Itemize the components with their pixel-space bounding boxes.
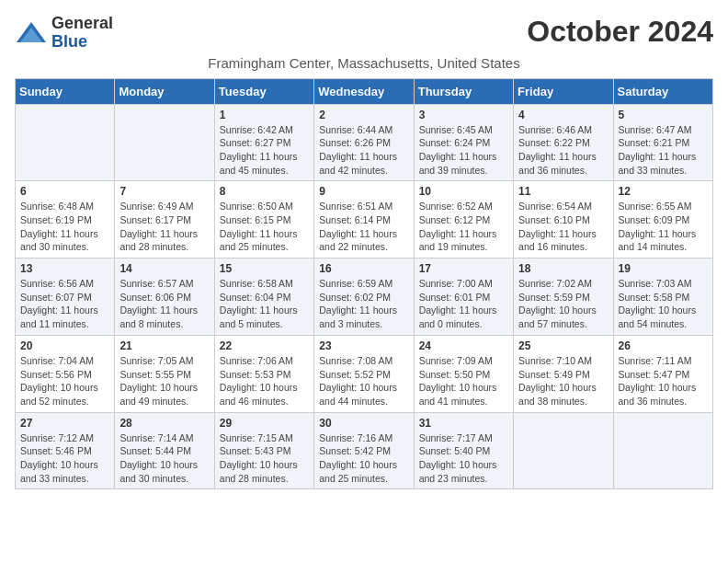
calendar-week-row: 13Sunrise: 6:56 AM Sunset: 6:07 PM Dayli… <box>16 259 713 336</box>
day-info: Sunrise: 7:02 AM Sunset: 5:59 PM Dayligh… <box>518 277 608 331</box>
day-info: Sunrise: 7:06 AM Sunset: 5:53 PM Dayligh… <box>220 354 309 408</box>
page-header: General Blue October 2024 <box>15 15 713 52</box>
calendar-cell: 5Sunrise: 6:47 AM Sunset: 6:21 PM Daylig… <box>613 104 712 181</box>
calendar-cell: 12Sunrise: 6:55 AM Sunset: 6:09 PM Dayli… <box>613 181 712 259</box>
calendar-cell: 28Sunrise: 7:14 AM Sunset: 5:44 PM Dayli… <box>115 412 214 489</box>
calendar-cell: 10Sunrise: 6:52 AM Sunset: 6:12 PM Dayli… <box>414 181 513 259</box>
day-info: Sunrise: 7:09 AM Sunset: 5:50 PM Dayligh… <box>419 354 508 408</box>
calendar-cell: 4Sunrise: 6:46 AM Sunset: 6:22 PM Daylig… <box>514 104 613 181</box>
calendar-cell <box>16 104 115 181</box>
calendar-cell <box>115 104 214 181</box>
calendar-cell <box>514 412 613 489</box>
calendar-cell: 2Sunrise: 6:44 AM Sunset: 6:26 PM Daylig… <box>314 104 414 181</box>
calendar-week-row: 1Sunrise: 6:42 AM Sunset: 6:27 PM Daylig… <box>16 104 713 181</box>
day-number: 5 <box>619 109 708 121</box>
day-info: Sunrise: 6:46 AM Sunset: 6:22 PM Dayligh… <box>518 123 608 178</box>
calendar-cell: 8Sunrise: 6:50 AM Sunset: 6:15 PM Daylig… <box>214 181 313 259</box>
calendar-cell: 11Sunrise: 6:54 AM Sunset: 6:10 PM Dayli… <box>514 181 613 259</box>
calendar-cell: 6Sunrise: 6:48 AM Sunset: 6:19 PM Daylig… <box>16 181 115 259</box>
day-number: 12 <box>619 185 708 198</box>
day-number: 30 <box>319 417 408 430</box>
logo: General Blue <box>15 15 113 52</box>
day-number: 6 <box>20 185 109 198</box>
day-info: Sunrise: 7:05 AM Sunset: 5:55 PM Dayligh… <box>119 354 209 408</box>
day-number: 26 <box>619 339 708 352</box>
day-info: Sunrise: 7:14 AM Sunset: 5:44 PM Dayligh… <box>119 431 209 486</box>
day-info: Sunrise: 6:48 AM Sunset: 6:19 PM Dayligh… <box>20 200 109 254</box>
day-number: 17 <box>419 262 508 275</box>
day-info: Sunrise: 7:03 AM Sunset: 5:58 PM Dayligh… <box>619 277 708 331</box>
day-number: 29 <box>220 417 309 430</box>
day-number: 3 <box>419 109 508 121</box>
calendar-cell: 13Sunrise: 6:56 AM Sunset: 6:07 PM Dayli… <box>16 259 115 336</box>
day-info: Sunrise: 6:55 AM Sunset: 6:09 PM Dayligh… <box>619 200 708 254</box>
calendar-cell: 22Sunrise: 7:06 AM Sunset: 5:53 PM Dayli… <box>214 335 313 412</box>
day-number: 18 <box>518 262 608 275</box>
calendar-cell: 21Sunrise: 7:05 AM Sunset: 5:55 PM Dayli… <box>115 335 214 412</box>
day-info: Sunrise: 7:16 AM Sunset: 5:42 PM Dayligh… <box>319 431 408 486</box>
day-number: 15 <box>220 262 309 275</box>
calendar-cell: 30Sunrise: 7:16 AM Sunset: 5:42 PM Dayli… <box>314 412 414 489</box>
logo-blue-text: Blue <box>51 33 113 52</box>
day-info: Sunrise: 6:52 AM Sunset: 6:12 PM Dayligh… <box>419 200 508 254</box>
calendar-cell: 31Sunrise: 7:17 AM Sunset: 5:40 PM Dayli… <box>414 412 513 489</box>
day-info: Sunrise: 6:42 AM Sunset: 6:27 PM Dayligh… <box>220 123 309 178</box>
day-info: Sunrise: 7:04 AM Sunset: 5:56 PM Dayligh… <box>20 354 109 408</box>
day-number: 22 <box>220 339 309 352</box>
day-info: Sunrise: 7:00 AM Sunset: 6:01 PM Dayligh… <box>419 277 508 331</box>
day-info: Sunrise: 7:15 AM Sunset: 5:43 PM Dayligh… <box>220 431 309 486</box>
day-info: Sunrise: 7:17 AM Sunset: 5:40 PM Dayligh… <box>419 431 508 486</box>
subtitle: Framingham Center, Massachusetts, United… <box>15 55 713 71</box>
day-info: Sunrise: 6:50 AM Sunset: 6:15 PM Dayligh… <box>220 200 309 254</box>
day-number: 9 <box>319 185 408 198</box>
day-number: 1 <box>220 109 309 121</box>
day-info: Sunrise: 6:51 AM Sunset: 6:14 PM Dayligh… <box>319 200 408 254</box>
month-title: October 2024 <box>527 15 713 49</box>
day-info: Sunrise: 6:58 AM Sunset: 6:04 PM Dayligh… <box>220 277 309 331</box>
day-number: 31 <box>419 417 508 430</box>
day-number: 13 <box>20 262 109 275</box>
day-info: Sunrise: 6:54 AM Sunset: 6:10 PM Dayligh… <box>518 200 608 254</box>
col-monday: Monday <box>115 78 214 104</box>
logo-general-text: General <box>51 15 113 33</box>
col-saturday: Saturday <box>613 78 712 104</box>
calendar-cell: 3Sunrise: 6:45 AM Sunset: 6:24 PM Daylig… <box>414 104 513 181</box>
col-wednesday: Wednesday <box>314 78 414 104</box>
calendar-cell: 15Sunrise: 6:58 AM Sunset: 6:04 PM Dayli… <box>214 259 313 336</box>
calendar-cell: 14Sunrise: 6:57 AM Sunset: 6:06 PM Dayli… <box>115 259 214 336</box>
day-number: 27 <box>20 417 109 430</box>
calendar-table: Sunday Monday Tuesday Wednesday Thursday… <box>15 78 713 490</box>
logo-icon <box>15 20 48 46</box>
calendar-cell: 29Sunrise: 7:15 AM Sunset: 5:43 PM Dayli… <box>214 412 313 489</box>
day-number: 4 <box>518 109 608 121</box>
col-sunday: Sunday <box>16 78 115 104</box>
calendar-cell: 19Sunrise: 7:03 AM Sunset: 5:58 PM Dayli… <box>613 259 712 336</box>
calendar-week-row: 6Sunrise: 6:48 AM Sunset: 6:19 PM Daylig… <box>16 181 713 259</box>
day-number: 14 <box>119 262 209 275</box>
calendar-cell <box>613 412 712 489</box>
day-number: 21 <box>119 339 209 352</box>
day-info: Sunrise: 6:57 AM Sunset: 6:06 PM Dayligh… <box>119 277 209 331</box>
calendar-cell: 9Sunrise: 6:51 AM Sunset: 6:14 PM Daylig… <box>314 181 414 259</box>
calendar-header-row: Sunday Monday Tuesday Wednesday Thursday… <box>16 78 713 104</box>
calendar-cell: 27Sunrise: 7:12 AM Sunset: 5:46 PM Dayli… <box>16 412 115 489</box>
day-number: 23 <box>319 339 408 352</box>
calendar-cell: 16Sunrise: 6:59 AM Sunset: 6:02 PM Dayli… <box>314 259 414 336</box>
day-number: 19 <box>619 262 708 275</box>
day-info: Sunrise: 7:12 AM Sunset: 5:46 PM Dayligh… <box>20 431 109 486</box>
calendar-cell: 24Sunrise: 7:09 AM Sunset: 5:50 PM Dayli… <box>414 335 513 412</box>
calendar-cell: 7Sunrise: 6:49 AM Sunset: 6:17 PM Daylig… <box>115 181 214 259</box>
col-thursday: Thursday <box>414 78 513 104</box>
calendar-cell: 26Sunrise: 7:11 AM Sunset: 5:47 PM Dayli… <box>613 335 712 412</box>
day-number: 24 <box>419 339 508 352</box>
day-info: Sunrise: 6:49 AM Sunset: 6:17 PM Dayligh… <box>119 200 209 254</box>
calendar-cell: 20Sunrise: 7:04 AM Sunset: 5:56 PM Dayli… <box>16 335 115 412</box>
col-tuesday: Tuesday <box>214 78 313 104</box>
day-number: 25 <box>518 339 608 352</box>
day-info: Sunrise: 6:47 AM Sunset: 6:21 PM Dayligh… <box>619 123 708 178</box>
col-friday: Friday <box>514 78 613 104</box>
day-number: 8 <box>220 185 309 198</box>
calendar-cell: 1Sunrise: 6:42 AM Sunset: 6:27 PM Daylig… <box>214 104 313 181</box>
day-number: 11 <box>518 185 608 198</box>
day-info: Sunrise: 7:08 AM Sunset: 5:52 PM Dayligh… <box>319 354 408 408</box>
